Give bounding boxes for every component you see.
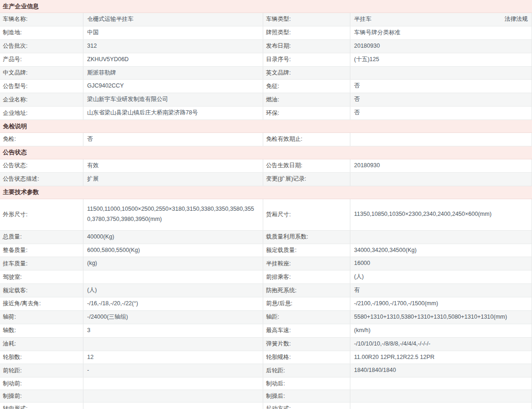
field-value (350, 390, 532, 402)
field-value: 斯派菲勒牌 (83, 67, 263, 80)
field-value (83, 403, 263, 409)
section-table: 外形尺寸:11500,11000,10500×2500,2550×3180,31… (0, 199, 532, 409)
value-text: 11.00R20 12PR,12R22.5 12PR (354, 352, 435, 363)
field-label: 目录序号: (263, 53, 350, 66)
table-row: 前轮距:-后轮距:1840/1840/1840 (0, 364, 532, 378)
table-row: 中文品牌:斯派菲勒牌英文品牌: (0, 67, 532, 80)
field-label: 公告状态: (0, 159, 83, 172)
value-text: 否 (354, 108, 360, 118)
field-value: 6000,5800,5500(Kg) (83, 244, 263, 257)
value-text: (km/h) (354, 326, 370, 336)
field-value: 12 (83, 351, 263, 364)
field-label: 车辆名称: (0, 13, 83, 26)
field-label: 车辆类型: (263, 13, 350, 26)
table-row: 公告型号:GJC9402CCY免征:否 (0, 80, 532, 93)
table-row: 转向形式:起动方式: (0, 403, 532, 409)
value-text: 有 (354, 285, 360, 296)
field-label: 载质量利用系数: (263, 231, 350, 244)
table-row: 企业地址:山东省梁山县梁山镇后庄大桥南梁济路78号环保:否 (0, 107, 532, 120)
table-row: 接近角/离去角:-/16,-/18,-/20,-/22(°)前悬/后悬:-/21… (0, 297, 532, 311)
table-row: 外形尺寸:11500,11000,10500×2500,2550×3180,31… (0, 199, 532, 231)
field-value (350, 231, 532, 244)
field-label: 制动后: (263, 378, 350, 390)
field-value: (kg) (83, 257, 263, 270)
field-label: 最高车速: (263, 324, 350, 337)
value-text: 20180930 (354, 161, 380, 171)
field-value: 否 (350, 107, 532, 120)
field-label: 额定载客: (0, 284, 83, 297)
field-label: 企业名称: (0, 93, 83, 106)
field-value: 车辆号牌分类标准 (350, 26, 532, 39)
field-value: (人) (350, 271, 532, 283)
value-text: 否 (354, 81, 360, 91)
field-value: 16000 (350, 257, 532, 270)
table-row: 公告状态:有效公告生效日期:20180930 (0, 159, 532, 173)
field-label: 转向形式: (0, 403, 83, 409)
field-value (350, 378, 532, 390)
value-text: 20180930 (354, 41, 380, 51)
field-label: 轴距: (263, 311, 350, 324)
field-label: 挂车质量: (0, 257, 83, 270)
field-label: 防抱死系统: (263, 284, 350, 297)
field-label: 轴数: (0, 324, 83, 337)
field-value: 1840/1840/1840 (350, 364, 532, 377)
table-row: 免检:否免检有效期止: (0, 133, 532, 146)
value-text: (十五)125 (354, 55, 379, 65)
field-value: GJC9402CCY (83, 80, 263, 93)
value-text: (人) (354, 272, 364, 282)
table-row: 产品号:ZKHUV5YD06D目录序号:(十五)125 (0, 53, 532, 67)
field-label: 免征: (263, 80, 350, 93)
value-text: -/2100,-/1900,-/1700,-/1500(mm) (354, 299, 438, 309)
field-label: 前悬/后悬: (263, 297, 350, 310)
field-value: 11.00R20 12PR,12R22.5 12PR (350, 351, 532, 364)
field-label: 油耗: (0, 338, 83, 351)
field-value: 山东省梁山县梁山镇后庄大桥南梁济路78号 (83, 107, 263, 120)
table-row: 整备质量:6000,5800,5500(Kg)额定载质量:34000,34200… (0, 244, 532, 258)
field-label: 轮胎规格: (263, 351, 350, 364)
field-label: 产品号: (0, 53, 83, 66)
field-value: - (83, 364, 263, 377)
table-row: 油耗:弹簧片数:-/10/10/10,-/8/8/8,-/4/4/4,-/-/-… (0, 338, 532, 351)
field-label: 起动方式: (263, 403, 350, 409)
spec-sections: 生产企业信息车辆名称:仓栅式运输半挂车车辆类型:半挂车法律法规制造地:中国牌照类… (0, 0, 532, 409)
field-value: 3 (83, 324, 263, 337)
table-row: 企业名称:梁山新宇车业研发制造有限公司燃油:否 (0, 93, 532, 107)
field-label: 接近角/离去角: (0, 297, 83, 310)
field-value: 34000,34200,34500(Kg) (350, 244, 532, 257)
value-text: 否 (354, 94, 360, 105)
field-label: 额定载质量: (263, 244, 350, 257)
table-row: 制操前:制操后: (0, 390, 532, 403)
field-value: 312 (83, 40, 263, 53)
field-value: -/2100,-/1900,-/1700,-/1500(mm) (350, 297, 532, 310)
table-row: 轮胎数:12轮胎规格:11.00R20 12PR,12R22.5 12PR (0, 351, 532, 365)
table-row: 额定载客:(人)防抱死系统:有 (0, 284, 532, 297)
field-label: 轮胎数: (0, 351, 83, 364)
field-value (350, 67, 532, 80)
field-label: 发布日期: (263, 40, 350, 53)
value-text: 车辆号牌分类标准 (354, 28, 400, 38)
value-text: 34000,34200,34500(Kg) (354, 245, 417, 256)
field-label: 半挂鞍座: (263, 257, 350, 270)
value-text: 11350,10850,10350×2300,2340,2400,2450×60… (354, 209, 492, 220)
legal-link[interactable]: 法律法规 (505, 14, 528, 25)
field-value: 半挂车法律法规 (350, 13, 532, 26)
section-header: 公告状态 (0, 146, 532, 159)
value-text: 5580+1310+1310,5380+1310+1310,5080+1310+… (354, 312, 507, 322)
field-label: 制操后: (263, 390, 350, 402)
table-row: 车辆名称:仓栅式运输半挂车车辆类型:半挂车法律法规 (0, 13, 532, 26)
table-row: 制造地:中国牌照类型:车辆号牌分类标准 (0, 26, 532, 40)
field-label: 制操前: (0, 390, 83, 402)
table-row: 制动前:制动后: (0, 378, 532, 390)
field-label: 公告批次: (0, 40, 83, 53)
field-label: 燃油: (263, 93, 350, 106)
section-header: 主要技术参数 (0, 186, 532, 199)
field-label: 环保: (263, 107, 350, 120)
field-label: 总质量: (0, 231, 83, 244)
field-value: 否 (83, 133, 263, 146)
vehicle-spec-page: 生产企业信息车辆名称:仓栅式运输半挂车车辆类型:半挂车法律法规制造地:中国牌照类… (0, 0, 532, 409)
field-value: -/10/10/10,-/8/8/8,-/4/4/4,-/-/-/- (350, 338, 532, 351)
field-value: 否 (350, 80, 532, 93)
table-row: 轴数:3最高车速:(km/h) (0, 324, 532, 338)
field-value: 40000(Kg) (83, 231, 263, 244)
field-value: -/16,-/18,-/20,-/22(°) (83, 297, 263, 310)
